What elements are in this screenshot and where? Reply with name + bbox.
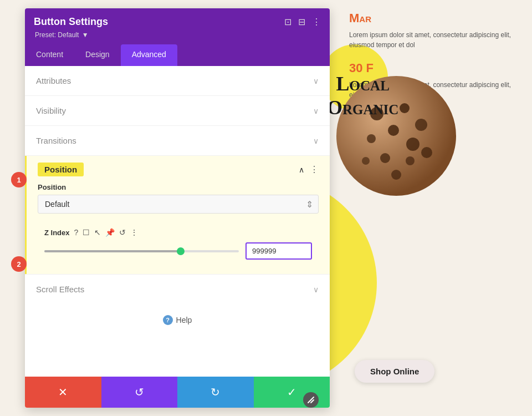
position-section: Position ∧ ⋮ Position Default Fixed Abso… <box>25 156 330 274</box>
position-header-right: ∧ ⋮ <box>299 164 319 175</box>
slider-track[interactable] <box>44 250 239 252</box>
scroll-effects-section[interactable]: Scroll Effects ∨ <box>25 274 330 304</box>
heading-line2: Organic <box>327 96 398 120</box>
position-more-icon[interactable]: ⋮ <box>310 164 319 175</box>
svg-point-10 <box>362 157 370 165</box>
undo-button[interactable]: ↺ <box>101 377 178 408</box>
slider-row <box>44 242 312 260</box>
help-label: Help <box>176 316 192 324</box>
z-index-more-icon[interactable]: ⋮ <box>130 228 138 237</box>
page-title-orange: Mar <box>349 11 526 26</box>
svg-point-9 <box>421 147 432 158</box>
tab-advanced[interactable]: Advanced <box>121 44 177 66</box>
svg-point-6 <box>406 138 420 151</box>
attributes-chevron: ∨ <box>313 77 319 85</box>
scroll-effects-label: Scroll Effects <box>36 285 84 294</box>
position-field-label: Position <box>38 183 319 191</box>
panel-title: Button Settings <box>34 16 108 28</box>
preset-arrow: ▼ <box>82 31 89 39</box>
help-section: ? Help <box>25 304 330 336</box>
badge-1: 1 <box>11 172 27 187</box>
z-index-cursor-icon[interactable]: ↖ <box>94 228 101 237</box>
help-circle-icon: ? <box>163 315 173 325</box>
attributes-label: Attributes <box>36 76 71 85</box>
z-index-help-icon[interactable]: ? <box>74 228 79 237</box>
tab-content[interactable]: Content <box>25 44 74 66</box>
panel-header: Button Settings ⊡ ⊟ ⋮ Preset: Default ▼ <box>25 8 330 44</box>
visibility-chevron: ∨ <box>313 106 319 115</box>
attributes-section[interactable]: Attributes ∨ <box>25 66 330 96</box>
page-paragraph1: Lorem ipsum dolor sit amet, consectetur … <box>349 30 526 50</box>
svg-point-11 <box>391 170 401 180</box>
panel-tabs: Content Design Advanced <box>25 44 330 66</box>
panel-preset[interactable]: Preset: Default ▼ <box>34 31 321 39</box>
transitions-chevron: ∨ <box>313 136 319 145</box>
more-icon[interactable]: ⋮ <box>312 17 321 27</box>
panel-body: Attributes ∨ Visibility ∨ Transitions ∨ … <box>25 66 330 377</box>
z-index-pin-icon[interactable]: 📌 <box>105 228 115 237</box>
split-icon[interactable]: ⊟ <box>298 17 305 27</box>
z-index-input[interactable] <box>245 242 312 260</box>
redo-button[interactable]: ↻ <box>177 377 254 408</box>
settings-panel: Button Settings ⊡ ⊟ ⋮ Preset: Default ▼ … <box>25 8 330 408</box>
resize-handle[interactable] <box>303 392 319 408</box>
badge-2: 2 <box>11 256 27 272</box>
position-select[interactable]: Default Fixed Absolute Relative <box>38 195 319 214</box>
transitions-section[interactable]: Transitions ∨ <box>25 126 330 156</box>
z-index-device-icon[interactable]: ☐ <box>83 228 90 237</box>
expand-icon[interactable]: ⊡ <box>284 17 291 27</box>
main-heading: Local Organic <box>327 72 398 120</box>
slider-fill <box>44 250 181 252</box>
position-badge: Position <box>38 163 84 176</box>
slider-thumb[interactable] <box>177 247 185 255</box>
svg-point-4 <box>367 134 376 143</box>
transitions-label: Transitions <box>36 136 76 145</box>
svg-point-7 <box>380 153 390 163</box>
panel-footer: ✕ ↺ ↻ ✓ <box>25 377 330 408</box>
cancel-button[interactable]: ✕ <box>25 377 101 408</box>
position-select-wrapper: Default Fixed Absolute Relative ⇕ <box>38 195 319 214</box>
visibility-section[interactable]: Visibility ∨ <box>25 96 330 126</box>
panel-header-icons: ⊡ ⊟ ⋮ <box>284 17 321 27</box>
scroll-effects-chevron: ∨ <box>313 285 319 294</box>
shop-online-button[interactable]: Shop Online <box>355 360 434 383</box>
position-header: Position ∧ ⋮ <box>27 156 330 183</box>
position-content: Position Default Fixed Absolute Relative… <box>27 183 330 274</box>
svg-point-3 <box>415 119 427 131</box>
z-index-label: Z Index <box>44 229 70 237</box>
confirm-button[interactable]: ✓ <box>254 377 330 408</box>
heading-line1: Local <box>327 72 398 96</box>
z-index-section: Z Index ? ☐ ↖ 📌 ↺ ⋮ <box>38 222 319 265</box>
z-index-reset-icon[interactable]: ↺ <box>119 228 126 237</box>
preset-label: Preset: Default <box>35 31 79 39</box>
resize-icon <box>307 396 315 404</box>
tab-design[interactable]: Design <box>74 44 121 66</box>
z-index-header: Z Index ? ☐ ↖ 📌 ↺ ⋮ <box>44 228 312 237</box>
svg-point-5 <box>388 125 399 136</box>
svg-point-2 <box>400 103 410 113</box>
shop-btn-area: Shop Online <box>355 360 434 383</box>
help-button[interactable]: ? Help <box>163 315 192 325</box>
svg-point-8 <box>406 156 415 165</box>
position-chevron-up[interactable]: ∧ <box>299 165 304 174</box>
visibility-label: Visibility <box>36 106 66 115</box>
panel-title-row: Button Settings ⊡ ⊟ ⋮ <box>34 16 321 28</box>
